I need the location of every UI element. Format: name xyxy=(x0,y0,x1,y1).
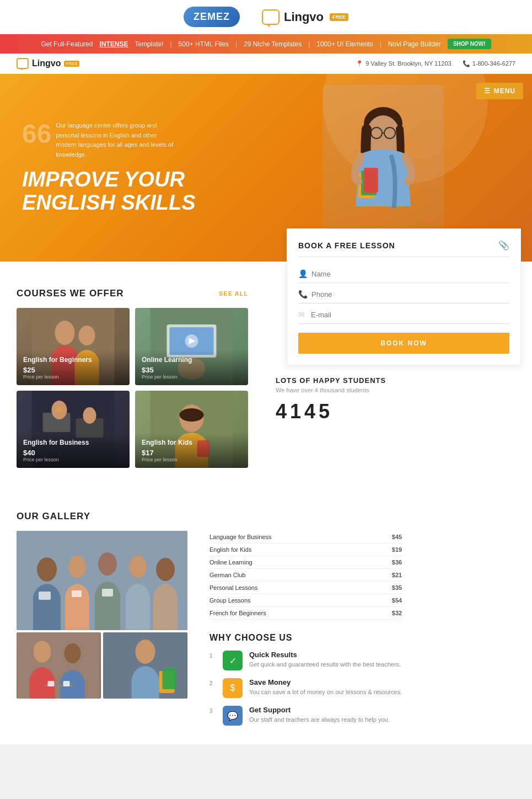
why-item-icon: $ xyxy=(223,678,243,698)
price-item-value: $54 xyxy=(392,597,402,604)
price-item-name: German Club xyxy=(209,572,245,578)
phone-field-icon: 📞 xyxy=(298,290,307,299)
zemez-logo: ZEMEZ xyxy=(184,7,240,27)
svg-point-25 xyxy=(180,408,204,422)
see-all-link[interactable]: SEE ALL xyxy=(219,290,248,297)
price-list-item: Personal Lessons$35 xyxy=(209,582,402,594)
gallery-small-image-1 xyxy=(17,632,101,699)
phone-field-wrapper: 📞 xyxy=(298,285,509,303)
site-logo-free-badge: FREE xyxy=(64,61,79,67)
course-name-3: English for Business xyxy=(23,439,123,448)
svg-point-30 xyxy=(98,552,117,576)
course-overlay-2: Online Learning $35 Price per lesson xyxy=(135,350,248,385)
hero-title-line2: ENGLISH SKILLS xyxy=(22,191,196,214)
hero-title-line1: IMPROVE YOUR xyxy=(22,168,185,191)
course-card-4[interactable]: English for Kids $17 Price per lesson xyxy=(135,391,248,468)
hero-tagline: Our language center offers group and per… xyxy=(56,121,177,159)
why-item-title: Quick Results xyxy=(249,651,401,659)
gallery-images xyxy=(17,531,187,733)
email-field-wrapper: ✉ xyxy=(298,306,509,324)
price-item-name: Personal Lessons xyxy=(209,584,257,591)
course-price-3: $40 xyxy=(23,449,123,457)
svg-point-9 xyxy=(55,321,75,345)
svg-point-10 xyxy=(79,326,95,345)
gallery-section: OUR GALLERY xyxy=(0,484,532,744)
why-item-icon: 💬 xyxy=(223,706,243,726)
menu-label: MENU xyxy=(494,87,515,95)
site-header: Lingvo FREE 📍 9 Valley St. Brooklyn, NY … xyxy=(0,54,532,74)
hero-title: IMPROVE YOUR ENGLISH SKILLS xyxy=(22,168,196,215)
why-choose-section: WHY CHOOSE US 1 ✓ Quick Results Get quic… xyxy=(209,633,402,726)
svg-rect-45 xyxy=(163,668,176,689)
gallery-small-svg-1 xyxy=(17,632,101,699)
left-column: COURSES WE OFFER SEE ALL English for Beg… xyxy=(0,262,265,484)
course-card-1[interactable]: English for Beginners $25 Price per less… xyxy=(17,308,130,385)
course-price-4: $17 xyxy=(142,449,241,457)
why-item-num: 3 xyxy=(209,708,216,714)
promo-stat2: 29 Niche Templates xyxy=(244,40,302,48)
why-item: 1 ✓ Quick Results Get quick and guarante… xyxy=(209,651,402,670)
promo-stat1: 500+ HTML Files xyxy=(179,40,229,48)
why-item-icon: ✓ xyxy=(223,651,243,670)
price-list-item: English for Kids$19 xyxy=(209,544,402,556)
location-icon: 📍 xyxy=(356,60,363,67)
course-price-label-1: Price per lesson xyxy=(23,374,123,380)
email-icon: ✉ xyxy=(298,310,307,319)
email-input[interactable] xyxy=(311,311,509,319)
courses-grid: English for Beginners $25 Price per less… xyxy=(17,308,248,468)
name-input[interactable] xyxy=(311,270,509,278)
why-item-num: 1 xyxy=(209,653,216,659)
courses-title: COURSES WE OFFER xyxy=(17,288,124,299)
counter-digit-2: 1 xyxy=(290,400,301,423)
shop-now-button[interactable]: SHOP NOW! xyxy=(448,39,491,49)
price-item-name: Group Lessons xyxy=(209,597,251,604)
hero-quote: 66 Our language center offers group and … xyxy=(22,121,196,159)
course-name-1: English for Beginners xyxy=(23,356,123,365)
book-now-button[interactable]: BOOK NOW xyxy=(298,333,509,354)
address-text: 9 Valley St. Brooklyn, NY 11203 xyxy=(366,60,452,67)
phone-input[interactable] xyxy=(311,290,509,299)
why-item: 2 $ Save Money You can save a lot of mon… xyxy=(209,678,402,698)
course-card-3[interactable]: English for Business $40 Price per lesso… xyxy=(17,391,130,468)
menu-button[interactable]: ☰ MENU xyxy=(476,83,523,99)
svg-point-28 xyxy=(37,557,57,582)
phone-text: 1-800-346-6277 xyxy=(472,60,515,67)
lingvo-brand-name: Lingvo xyxy=(284,10,324,24)
book-form-header: BOOK A FREE LESSON 📎 xyxy=(298,240,509,257)
why-items: 1 ✓ Quick Results Get quick and guarante… xyxy=(209,651,402,726)
person-icon: 👤 xyxy=(298,269,307,278)
counter-digit-1: 4 xyxy=(276,400,287,423)
course-price-label-2: Price per lesson xyxy=(142,374,241,380)
why-item-desc: Our staff and teachers are always ready … xyxy=(249,716,390,724)
course-overlay-1: English for Beginners $25 Price per less… xyxy=(17,350,130,385)
phone-icon: 📞 xyxy=(463,60,470,67)
why-item-text: Save Money You can save a lot of money o… xyxy=(249,678,402,696)
why-item-desc: Get quick and guaranteed results with th… xyxy=(249,660,401,669)
happy-students-section: LOTS OF HAPPY STUDENTS We have over 4 th… xyxy=(276,376,521,423)
why-choose-title: WHY CHOOSE US xyxy=(209,633,402,643)
svg-rect-40 xyxy=(48,681,55,686)
course-card-2[interactable]: Online Learning $35 Price per lesson xyxy=(135,308,248,385)
price-item-name: French for Beginners xyxy=(209,610,266,616)
why-item-text: Get Support Our staff and teachers are a… xyxy=(249,706,390,724)
price-list-item: French for Beginners$32 xyxy=(209,607,402,620)
why-item: 3 💬 Get Support Our staff and teachers a… xyxy=(209,706,402,726)
price-item-name: English for Kids xyxy=(209,546,251,553)
svg-point-37 xyxy=(34,641,51,663)
svg-point-29 xyxy=(68,556,86,578)
svg-point-38 xyxy=(65,643,81,663)
course-price-1: $25 xyxy=(23,366,123,374)
promo-stat3: 1000+ UI Elements xyxy=(316,40,373,48)
promo-text2: Template! xyxy=(135,40,163,48)
svg-point-31 xyxy=(129,556,147,578)
course-name-4: English for Kids xyxy=(142,439,241,448)
price-item-value: $19 xyxy=(392,546,402,553)
course-name-2: Online Learning xyxy=(142,356,241,365)
hamburger-icon: ☰ xyxy=(484,87,491,95)
paperclip-icon: 📎 xyxy=(498,240,509,251)
gallery-content: Language for Business$45English for Kids… xyxy=(17,531,515,733)
gallery-header: OUR GALLERY xyxy=(17,511,515,522)
price-list-item: Group Lessons$54 xyxy=(209,594,402,607)
gallery-title: OUR GALLERY xyxy=(17,511,90,522)
svg-rect-41 xyxy=(63,681,70,686)
